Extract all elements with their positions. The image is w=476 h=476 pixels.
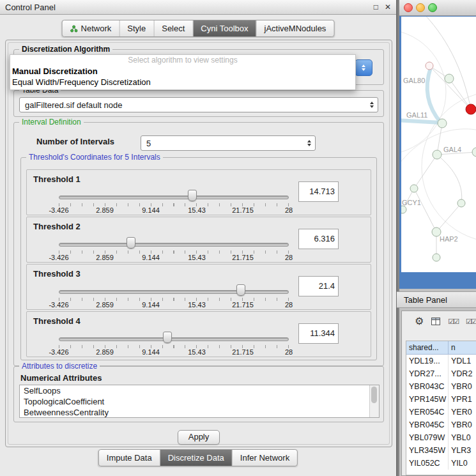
group-title: Threshold's Coordinates for 5 Intervals xyxy=(26,153,163,162)
column-header[interactable]: n xyxy=(449,341,476,354)
slider-thumb[interactable] xyxy=(188,190,197,201)
scale-label: 15.43 xyxy=(188,348,206,356)
network-node[interactable] xyxy=(445,74,454,83)
table-row[interactable]: YDL19...YDL1 xyxy=(406,355,476,367)
tab-label: Cyni Toolbox xyxy=(201,24,248,33)
number-of-intervals-label: Number of Intervals xyxy=(36,137,114,146)
tab-infer-network[interactable]: Infer Network xyxy=(233,450,297,466)
network-node-selected[interactable] xyxy=(466,104,476,114)
scrollbar-thumb[interactable] xyxy=(371,387,377,403)
threshold-value-field[interactable]: 21.4 xyxy=(298,276,339,296)
dropdown-option-manual-discretization[interactable]: Manual Discretization xyxy=(10,66,355,77)
network-node[interactable] xyxy=(433,254,440,261)
tab-jactivemnodules[interactable]: jActiveMNodules xyxy=(257,20,334,36)
table-row[interactable]: YLR345WYLR3 xyxy=(406,444,476,457)
close-window-icon[interactable]: ✕ xyxy=(385,3,391,12)
columns-icon[interactable] xyxy=(431,318,440,325)
table-row[interactable]: YPR145WYPR1 xyxy=(406,393,476,406)
gear-icon[interactable]: ⚙ xyxy=(415,316,424,326)
tab-impute-data[interactable]: Impute Data xyxy=(99,450,160,466)
minimize-traffic-light-icon[interactable] xyxy=(416,3,425,12)
node-label: GAL4 xyxy=(443,146,461,153)
slider-thumb[interactable] xyxy=(163,332,172,343)
table-row[interactable]: YBR043CYBR0 xyxy=(406,380,476,393)
scale-label: 21.715 xyxy=(232,254,254,261)
scale-label: 2.859 xyxy=(96,206,114,214)
dropdown-option-equal-width[interactable]: Equal Width/Frequency Discretization xyxy=(10,77,355,88)
cell: YLR3 xyxy=(449,444,476,457)
table-row[interactable]: YBL079WYBL0 xyxy=(406,431,476,444)
scale-label: 9.144 xyxy=(142,301,160,309)
window-title: Control Panel xyxy=(5,3,56,12)
table-data-group: Table Data galFiltered.sif default node xyxy=(13,90,384,117)
list-item[interactable]: BetweennessCentrality xyxy=(20,407,379,418)
slider-track[interactable] xyxy=(59,243,289,247)
control-panel-titlebar: Control Panel □ ✕ xyxy=(0,0,396,15)
cell: YDR2 xyxy=(449,367,476,380)
scale-label: 15.43 xyxy=(188,254,206,261)
slider-thumb[interactable] xyxy=(127,237,135,249)
network-canvas[interactable]: GAL80 GAL11 GAL4 GCY1 HAP2 xyxy=(401,17,476,272)
cell: YDL1 xyxy=(449,355,476,367)
network-node[interactable] xyxy=(401,206,406,213)
cell: YPR145W xyxy=(406,393,449,406)
scale-label: -3.426 xyxy=(49,301,68,309)
scale-label: 21.715 xyxy=(232,206,254,214)
slider-track[interactable] xyxy=(59,337,289,341)
tab-cyni-toolbox[interactable]: Cyni Toolbox xyxy=(193,20,256,36)
network-node[interactable] xyxy=(472,148,476,157)
select-columns-icon[interactable]: ☑☑ xyxy=(466,318,476,326)
table-data-combo[interactable]: galFiltered.sif default node xyxy=(19,97,378,112)
table-toolbar: ⚙ ☑☑ ☑☑ xyxy=(402,311,476,326)
tab-discretize-data[interactable]: Discretize Data xyxy=(160,450,233,466)
table-row[interactable]: YIL052CYIL0 xyxy=(406,457,476,470)
network-node[interactable] xyxy=(410,185,418,192)
column-header[interactable]: shared... xyxy=(406,341,449,354)
table-row[interactable]: YER054CYER0 xyxy=(406,406,476,418)
zoom-traffic-light-icon[interactable] xyxy=(428,3,437,12)
cell: YBR0 xyxy=(449,380,476,393)
threshold-value-field[interactable]: 11.344 xyxy=(298,323,339,344)
collapse-window-icon[interactable]: □ xyxy=(374,3,378,12)
tab-label: Impute Data xyxy=(107,453,152,463)
scale-label: -3.426 xyxy=(49,254,68,261)
tab-style[interactable]: Style xyxy=(119,20,154,36)
network-edge xyxy=(429,66,471,109)
scale-label: 15.43 xyxy=(188,301,206,309)
combo-stepper-icon xyxy=(307,140,315,146)
threshold-4-box: Threshold 4 -3.426 2.859 9.144 15.43 21.… xyxy=(26,311,371,357)
network-node[interactable] xyxy=(426,62,433,70)
tab-network[interactable]: Network xyxy=(63,20,120,36)
list-scrollbar[interactable] xyxy=(369,385,379,417)
close-traffic-light-icon[interactable] xyxy=(404,3,413,12)
network-view-window: GAL80 GAL11 GAL4 GCY1 HAP2 xyxy=(399,0,476,289)
threshold-2-box: Threshold 2 -3.426 2.859 9.144 15.43 21.… xyxy=(26,217,371,263)
cell: YIL052C xyxy=(406,457,449,470)
combo-value: galFiltered.sif default node xyxy=(20,100,370,110)
threshold-value-field[interactable]: 6.316 xyxy=(298,229,339,249)
network-edge xyxy=(401,129,476,170)
threshold-value-field[interactable]: 14.713 xyxy=(298,181,339,202)
network-node[interactable] xyxy=(438,119,447,128)
list-item[interactable]: SelfLoops xyxy=(20,385,379,396)
network-node[interactable] xyxy=(433,150,441,159)
slider-track[interactable] xyxy=(59,290,289,294)
network-node[interactable] xyxy=(457,199,465,207)
slider-thumb[interactable] xyxy=(236,284,245,296)
threshold-1-box: Threshold 1 -3.426 2.859 9.144 15.43 21.… xyxy=(26,169,371,215)
tab-label: Discretize Data xyxy=(168,453,224,463)
node-table: shared... n YDL19...YDL1 YDR27...YDR2 YB… xyxy=(406,341,476,475)
tab-select[interactable]: Select xyxy=(154,20,193,36)
number-of-intervals-combo[interactable]: 5 xyxy=(141,135,316,151)
slider-area: -3.426 2.859 9.144 15.43 21.715 28 xyxy=(59,170,289,215)
combo-value: 5 xyxy=(141,139,307,148)
algorithm-combo-stepper[interactable] xyxy=(355,59,372,76)
table-panel-titlebar: Table Panel xyxy=(397,291,476,308)
select-all-columns-icon[interactable]: ☑☑ xyxy=(448,318,458,326)
slider-track[interactable] xyxy=(59,196,289,199)
list-item[interactable]: TopologicalCoefficient xyxy=(20,396,379,407)
table-row[interactable]: YDR27...YDR2 xyxy=(406,367,476,380)
table-row[interactable]: YBR045CYBR0 xyxy=(406,418,476,431)
tab-label: jActiveMNodules xyxy=(265,24,326,33)
apply-button[interactable]: Apply xyxy=(178,430,220,445)
